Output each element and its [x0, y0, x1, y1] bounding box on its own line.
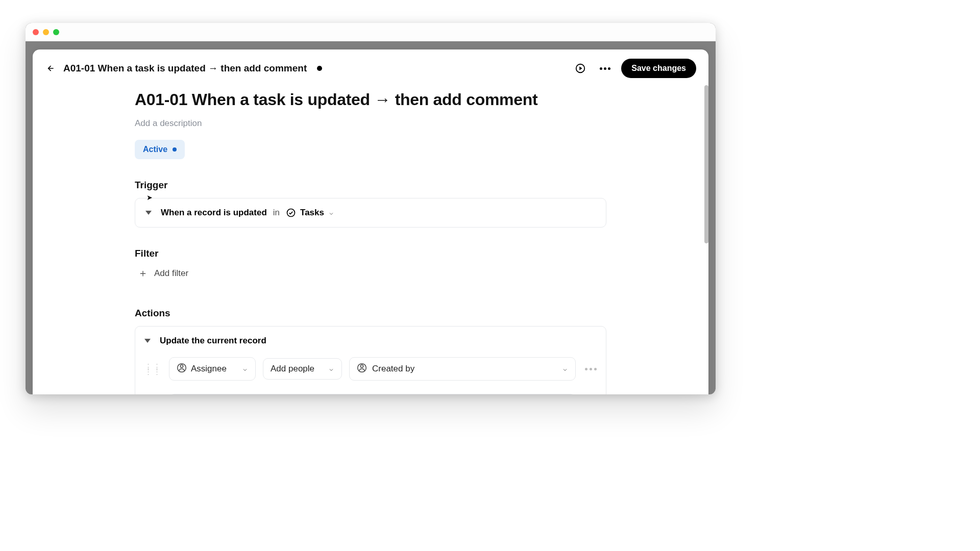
- minimize-window-button[interactable]: [43, 29, 49, 35]
- nested-field-group: Subtasks Add item: [169, 394, 576, 394]
- action-field-row: ⋮⋮⋮⋮ Assignee: [144, 346, 597, 390]
- action-title: Update the current record: [160, 336, 266, 346]
- chevron-down-icon: [562, 366, 568, 372]
- scrollbar[interactable]: [704, 85, 708, 243]
- editor-panel: A01-01 When a task is updated → then add…: [33, 49, 708, 394]
- back-button[interactable]: [45, 63, 55, 73]
- chevron-down-icon: [242, 366, 248, 372]
- trigger-section: Trigger When a record is updated in Task…: [135, 180, 606, 228]
- mac-titlebar: [26, 23, 716, 41]
- field-picker-assignee[interactable]: Assignee: [169, 357, 256, 381]
- svg-point-4: [360, 365, 363, 367]
- panel-body: ➤ A01-01 When a task is updated → then a…: [33, 85, 708, 394]
- field-label: Assignee: [191, 364, 227, 374]
- run-button[interactable]: [572, 60, 589, 77]
- unsaved-changes-indicator: [317, 66, 322, 71]
- svg-point-1: [287, 209, 295, 217]
- trigger-in-label: in: [273, 208, 280, 218]
- page-title[interactable]: A01-01 When a task is updated → then add…: [135, 90, 606, 109]
- app-window: A01-01 When a task is updated → then add…: [26, 23, 716, 394]
- filter-heading: Filter: [135, 248, 606, 259]
- trigger-target-picker[interactable]: Tasks: [286, 208, 334, 218]
- filter-section: Filter ＋ Add filter: [135, 248, 606, 287]
- add-filter-label: Add filter: [154, 268, 188, 279]
- trigger-event-label: When a record is updated: [161, 208, 267, 218]
- action-header[interactable]: Update the current record: [144, 336, 597, 346]
- row-more-button[interactable]: [585, 368, 597, 370]
- action-field-row: ⋮⋮⋮⋮ Subtasks: [144, 390, 597, 394]
- panel-header: A01-01 When a task is updated → then add…: [33, 49, 708, 85]
- value-placeholder: Add people: [271, 364, 314, 374]
- trigger-target-label: Tasks: [300, 208, 324, 218]
- status-dot-icon: [173, 147, 177, 152]
- value-label: Created by: [372, 364, 414, 374]
- value-picker-add-people[interactable]: Add people: [263, 358, 342, 380]
- ellipsis-icon: [600, 67, 610, 70]
- close-window-button[interactable]: [33, 29, 39, 35]
- status-label: Active: [143, 145, 167, 154]
- save-changes-button[interactable]: Save changes: [621, 59, 696, 78]
- breadcrumb-title: A01-01 When a task is updated → then add…: [63, 63, 307, 74]
- trigger-heading: Trigger: [135, 180, 606, 191]
- status-toggle[interactable]: Active: [135, 140, 185, 159]
- person-icon: [357, 363, 367, 375]
- traffic-lights: [33, 29, 59, 35]
- chevron-down-icon: [328, 210, 334, 216]
- plus-icon: ＋: [138, 266, 148, 280]
- description-input[interactable]: Add a description: [135, 118, 606, 129]
- svg-point-2: [180, 365, 183, 367]
- value-picker-created-by[interactable]: Created by: [349, 357, 576, 381]
- more-options-button[interactable]: [597, 60, 613, 77]
- action-card: Update the current record ⋮⋮⋮⋮ Assignee: [135, 326, 606, 394]
- add-filter-button[interactable]: ＋ Add filter: [135, 259, 606, 287]
- trigger-card[interactable]: When a record is updated in Tasks: [135, 198, 606, 228]
- check-circle-icon: [286, 208, 296, 218]
- chevron-down-icon: [328, 366, 334, 372]
- drag-handle-icon[interactable]: ⋮⋮⋮⋮: [144, 364, 162, 373]
- actions-heading: Actions: [135, 308, 606, 319]
- collapse-caret-icon: [145, 211, 152, 215]
- actions-section: Actions Update the current record ⋮⋮⋮⋮: [135, 308, 606, 394]
- person-icon: [177, 363, 187, 375]
- collapse-caret-icon: [144, 339, 151, 343]
- maximize-window-button[interactable]: [53, 29, 59, 35]
